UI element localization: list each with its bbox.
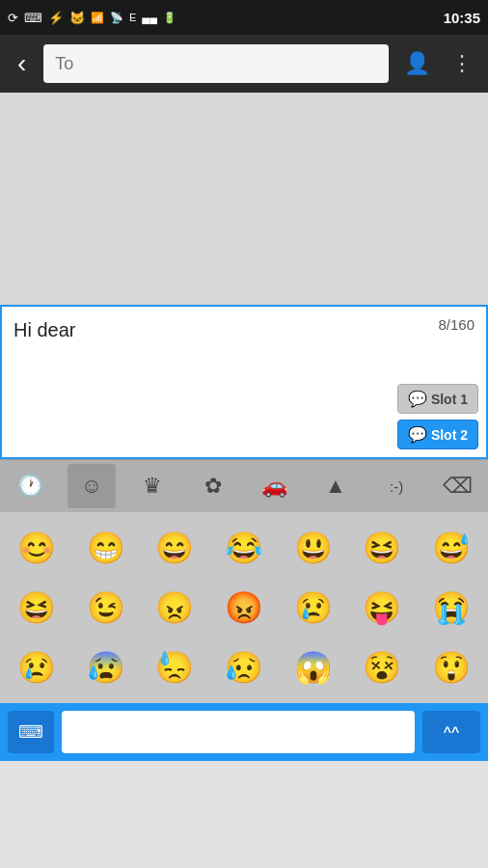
emoji-cold-sweat[interactable]: 😰 (73, 639, 139, 695)
emoji-satisfied[interactable]: 😆 (4, 580, 69, 636)
network-icon: E (129, 12, 136, 23)
emoji-sweat[interactable]: 😓 (142, 639, 207, 695)
cat-icon: 🐱 (69, 11, 85, 25)
emoji-smiley[interactable]: 😃 (281, 520, 346, 576)
compose-text[interactable]: Hi dear (14, 316, 474, 343)
char-count: 8/160 (438, 316, 474, 333)
slot2-button[interactable]: 💬 Slot 2 (397, 420, 478, 449)
spacebar[interactable] (62, 711, 415, 753)
emoji-laughing[interactable]: 😆 (350, 520, 416, 576)
back-button[interactable]: ‹ (10, 44, 34, 83)
battery-icon: 🔋 (163, 12, 176, 24)
top-bar: ‹ 👤 ⋮ (0, 35, 488, 93)
compose-box[interactable]: Hi dear 8/160 💬 Slot 1 💬 Slot 2 (0, 305, 488, 459)
contact-icon[interactable]: 👤 (398, 47, 436, 80)
clock: 10:35 (444, 10, 480, 26)
keyboard-toolbar: 🕐 ☺ ♛ ✿ 🚗 ▲ :-) ⌫ (0, 459, 488, 512)
emoji-joy[interactable]: 😂 (211, 520, 277, 576)
status-icons: ⟳ ⌨ ⚡ 🐱 📶 📡 E ▄▄ 🔋 (8, 11, 176, 25)
emoticon-button[interactable]: :-) (372, 464, 420, 508)
signal-icon: 📶 (91, 12, 104, 24)
message-area (0, 93, 488, 305)
scroll-up-button[interactable]: ^^ (422, 711, 480, 753)
emoji-worried[interactable]: 😢 (4, 639, 69, 695)
slot2-icon: 💬 (408, 425, 427, 444)
backspace-button[interactable]: ⌫ (433, 464, 481, 508)
emoji-smile-teeth[interactable]: 😄 (142, 520, 207, 576)
emoji-rage[interactable]: 😡 (211, 580, 277, 636)
slot1-icon: 💬 (408, 390, 427, 408)
slot1-button[interactable]: 💬 Slot 1 (397, 384, 478, 414)
keyboard-toggle-button[interactable]: ⌨ (8, 711, 54, 753)
emoji-sweat-smile[interactable]: 😅 (419, 520, 484, 576)
emoji-wink[interactable]: 😉 (73, 580, 139, 636)
emoji-sob[interactable]: 😭 (419, 580, 484, 636)
flower-button[interactable]: ✿ (189, 464, 237, 508)
more-options-icon[interactable]: ⋮ (446, 47, 478, 80)
keyboard-icon: ⌨ (18, 721, 43, 743)
to-input[interactable] (43, 44, 389, 83)
crown-button[interactable]: ♛ (128, 464, 176, 508)
slot1-label: Slot 1 (431, 392, 468, 407)
emoji-blush[interactable]: 😊 (4, 520, 69, 576)
emoji-disappointed-relieved[interactable]: 😥 (211, 639, 277, 695)
bottom-bar: ⌨ ^^ (0, 703, 488, 761)
emoji-cry[interactable]: 😢 (281, 580, 346, 636)
emoji-grid: 😊 😁 😄 😂 😃 😆 😅 😆 😉 😠 😡 😢 😝 😭 😢 😰 😓 😥 😱 😵 … (0, 512, 488, 703)
emoji-grin[interactable]: 😁 (73, 520, 139, 576)
slot-buttons: 💬 Slot 1 💬 Slot 2 (397, 384, 478, 449)
emoji-stuck-out-tongue[interactable]: 😝 (350, 580, 416, 636)
signal-bars-icon: ▄▄ (142, 12, 157, 23)
triangle-button[interactable]: ▲ (312, 464, 360, 508)
emoji-scream[interactable]: 😱 (281, 639, 346, 695)
emoji-dizzy-face[interactable]: 😵 (350, 639, 416, 695)
emoji-angry[interactable]: 😠 (142, 580, 207, 636)
slot2-label: Slot 2 (431, 427, 468, 443)
keyboard-status-icon: ⌨ (24, 11, 42, 25)
car-button[interactable]: 🚗 (251, 464, 299, 508)
sync-icon: ⟳ (8, 11, 18, 25)
emoji-astonished[interactable]: 😲 (419, 639, 484, 695)
status-bar: ⟳ ⌨ ⚡ 🐱 📶 📡 E ▄▄ 🔋 10:35 (0, 0, 488, 35)
usb-icon: ⚡ (48, 11, 64, 25)
recent-button[interactable]: 🕐 (7, 464, 55, 508)
emoji-button[interactable]: ☺ (68, 464, 116, 508)
wifi-icon: 📡 (110, 12, 123, 24)
